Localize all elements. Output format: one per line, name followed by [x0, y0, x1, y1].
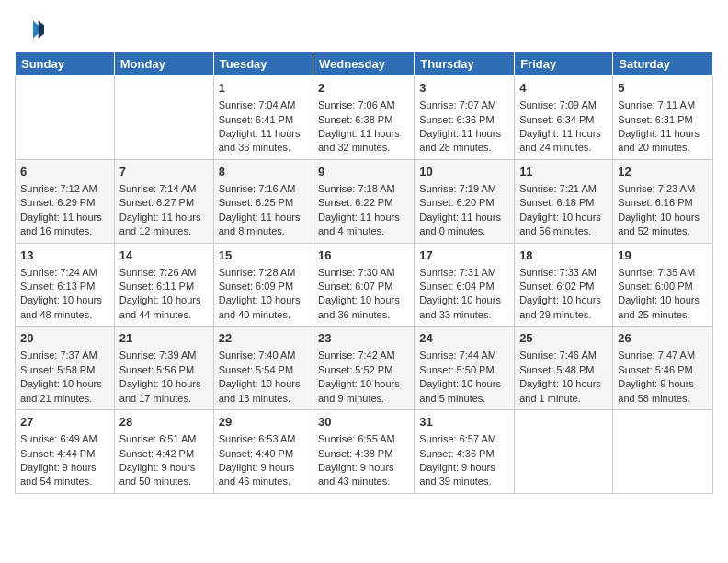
day-number: 16: [318, 247, 409, 264]
calendar-cell: 21Sunrise: 7:39 AMSunset: 5:56 PMDayligh…: [114, 327, 213, 410]
calendar-cell: 12Sunrise: 7:23 AMSunset: 6:16 PMDayligh…: [613, 159, 713, 243]
header-row: SundayMondayTuesdayWednesdayThursdayFrid…: [16, 52, 713, 76]
day-number: 13: [20, 247, 109, 264]
day-number: 25: [519, 330, 608, 347]
day-number: 23: [318, 330, 409, 347]
day-number: 27: [20, 414, 109, 431]
header-day-monday: Monday: [114, 52, 213, 76]
header-day-wednesday: Wednesday: [313, 52, 415, 76]
day-number: 29: [219, 414, 308, 431]
day-number: 14: [119, 247, 209, 264]
day-number: 8: [219, 164, 308, 180]
calendar-body: 1Sunrise: 7:04 AMSunset: 6:41 PMDaylight…: [16, 76, 713, 494]
calendar-cell: 20Sunrise: 7:37 AMSunset: 5:58 PMDayligh…: [16, 327, 115, 410]
calendar-cell: 15Sunrise: 7:28 AMSunset: 6:09 PMDayligh…: [213, 243, 313, 327]
calendar-cell: 11Sunrise: 7:21 AMSunset: 6:18 PMDayligh…: [515, 159, 613, 243]
calendar-cell: 2Sunrise: 7:06 AMSunset: 6:38 PMDaylight…: [313, 76, 415, 160]
calendar-cell: 5Sunrise: 7:11 AMSunset: 6:31 PMDaylight…: [613, 76, 713, 160]
page-header: [15, 15, 713, 44]
calendar-cell: 28Sunrise: 6:51 AMSunset: 4:42 PMDayligh…: [114, 410, 213, 494]
day-number: 9: [318, 164, 409, 180]
calendar-cell: 6Sunrise: 7:12 AMSunset: 6:29 PMDaylight…: [16, 159, 115, 243]
calendar-cell: 7Sunrise: 7:14 AMSunset: 6:27 PMDaylight…: [114, 159, 213, 243]
calendar-week-3: 13Sunrise: 7:24 AMSunset: 6:13 PMDayligh…: [16, 243, 713, 327]
calendar-week-5: 27Sunrise: 6:49 AMSunset: 4:44 PMDayligh…: [16, 410, 713, 494]
calendar-cell: 16Sunrise: 7:30 AMSunset: 6:07 PMDayligh…: [313, 243, 415, 327]
calendar-cell: 4Sunrise: 7:09 AMSunset: 6:34 PMDaylight…: [515, 76, 613, 160]
day-number: 1: [219, 80, 308, 97]
calendar-week-2: 6Sunrise: 7:12 AMSunset: 6:29 PMDaylight…: [16, 159, 713, 243]
calendar-cell: 17Sunrise: 7:31 AMSunset: 6:04 PMDayligh…: [415, 243, 515, 327]
calendar-cell: 19Sunrise: 7:35 AMSunset: 6:00 PMDayligh…: [613, 243, 713, 327]
calendar-cell: 3Sunrise: 7:07 AMSunset: 6:36 PMDaylight…: [415, 76, 515, 160]
day-number: 22: [219, 330, 308, 347]
day-number: 7: [119, 164, 209, 180]
calendar-cell: 31Sunrise: 6:57 AMSunset: 4:36 PMDayligh…: [415, 410, 515, 494]
day-number: 26: [618, 330, 708, 347]
day-number: 5: [618, 80, 708, 97]
calendar-cell: 10Sunrise: 7:19 AMSunset: 6:20 PMDayligh…: [415, 159, 515, 243]
calendar-cell: 9Sunrise: 7:18 AMSunset: 6:22 PMDaylight…: [313, 159, 415, 243]
header-day-saturday: Saturday: [613, 52, 713, 76]
calendar-cell: 1Sunrise: 7:04 AMSunset: 6:41 PMDaylight…: [213, 76, 313, 160]
header-day-thursday: Thursday: [415, 52, 515, 76]
calendar-cell: [114, 76, 213, 160]
calendar-cell: 25Sunrise: 7:46 AMSunset: 5:48 PMDayligh…: [515, 327, 613, 410]
logo: [15, 15, 48, 44]
calendar-cell: 22Sunrise: 7:40 AMSunset: 5:54 PMDayligh…: [213, 327, 313, 410]
day-number: 24: [419, 330, 509, 347]
calendar-week-4: 20Sunrise: 7:37 AMSunset: 5:58 PMDayligh…: [16, 327, 713, 410]
day-number: 17: [419, 247, 509, 264]
header-day-tuesday: Tuesday: [213, 52, 313, 76]
header-day-friday: Friday: [515, 52, 613, 76]
calendar-cell: 29Sunrise: 6:53 AMSunset: 4:40 PMDayligh…: [213, 410, 313, 494]
calendar-cell: 8Sunrise: 7:16 AMSunset: 6:25 PMDaylight…: [213, 159, 313, 243]
calendar-cell: [16, 76, 115, 160]
day-number: 10: [419, 164, 509, 180]
day-number: 3: [419, 80, 509, 97]
day-number: 20: [20, 330, 109, 347]
calendar-cell: [515, 410, 613, 494]
day-number: 30: [318, 414, 409, 431]
day-number: 11: [519, 164, 608, 180]
day-number: 2: [318, 80, 409, 97]
calendar-cell: 24Sunrise: 7:44 AMSunset: 5:50 PMDayligh…: [415, 327, 515, 410]
calendar-cell: 26Sunrise: 7:47 AMSunset: 5:46 PMDayligh…: [613, 327, 713, 410]
day-number: 19: [618, 247, 708, 264]
day-number: 6: [20, 164, 109, 180]
calendar-table: SundayMondayTuesdayWednesdayThursdayFrid…: [15, 52, 713, 494]
day-number: 4: [519, 80, 608, 97]
calendar-cell: 27Sunrise: 6:49 AMSunset: 4:44 PMDayligh…: [16, 410, 115, 494]
day-number: 18: [519, 247, 608, 264]
calendar-cell: 13Sunrise: 7:24 AMSunset: 6:13 PMDayligh…: [16, 243, 115, 327]
calendar-cell: [613, 410, 713, 494]
day-number: 15: [219, 247, 308, 264]
calendar-week-1: 1Sunrise: 7:04 AMSunset: 6:41 PMDaylight…: [16, 76, 713, 160]
calendar-cell: 30Sunrise: 6:55 AMSunset: 4:38 PMDayligh…: [313, 410, 415, 494]
day-number: 12: [618, 164, 708, 180]
day-number: 28: [119, 414, 209, 431]
calendar-cell: 18Sunrise: 7:33 AMSunset: 6:02 PMDayligh…: [515, 243, 613, 327]
logo-icon: [15, 15, 44, 44]
calendar-cell: 23Sunrise: 7:42 AMSunset: 5:52 PMDayligh…: [313, 327, 415, 410]
header-day-sunday: Sunday: [16, 52, 115, 76]
day-number: 31: [419, 414, 509, 431]
calendar-header: SundayMondayTuesdayWednesdayThursdayFrid…: [16, 52, 713, 76]
day-number: 21: [119, 330, 209, 347]
calendar-cell: 14Sunrise: 7:26 AMSunset: 6:11 PMDayligh…: [114, 243, 213, 327]
